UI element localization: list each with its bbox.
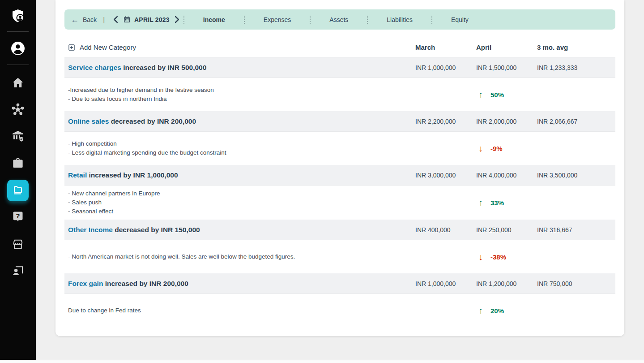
category-detail-row: - New channel partners in Europre- Sales… [64, 186, 615, 220]
change-arrow-icon: ↓ [478, 252, 483, 261]
cell-march: INR 3,000,000 [415, 172, 476, 179]
table-header-row: Add New Category March April 3 mo. avg [64, 38, 615, 57]
category-link[interactable]: Retail [68, 171, 87, 179]
tab-liabilities[interactable]: Liabilities [369, 16, 431, 23]
sidebar-item-help[interactable]: ? [12, 210, 24, 223]
note-line: - Less digital marketing spending due th… [68, 148, 415, 157]
sidebar-item-banking[interactable] [11, 129, 25, 143]
sidebar-item-account[interactable] [10, 40, 26, 56]
category-section: Forex gain increased by INR 200,000 INR … [64, 273, 615, 327]
change-arrow-icon: ↓ [478, 144, 483, 153]
sidebar-divider [7, 31, 29, 32]
home-icon [11, 76, 25, 90]
column-header-3mo-avg: 3 mo. avg [537, 43, 615, 51]
sidebar-item-contacts[interactable] [11, 264, 25, 277]
dotted-separator [367, 16, 368, 24]
calendar-icon [123, 16, 131, 23]
cell-avg: INR 1,233,333 [537, 64, 615, 71]
shield-user-logo-icon [10, 8, 26, 24]
income-table-body: Service charges increased by INR 500,000… [64, 57, 615, 327]
category-section: Service charges increased by INR 500,000… [64, 57, 615, 111]
change-value: 50% [490, 91, 504, 99]
notes: Due to change in Fed rates [64, 306, 415, 315]
category-title: Other Income decreased by INR 150,000 [64, 226, 415, 234]
cell-avg: INR 316,667 [537, 226, 615, 233]
category-title: Forex gain increased by INR 200,000 [64, 280, 415, 288]
category-link[interactable]: Other Income [68, 226, 113, 233]
change-arrow-icon: ↑ [478, 90, 483, 99]
notes: - North American market is not doing wel… [64, 252, 415, 261]
sidebar-item-store[interactable] [11, 238, 25, 251]
category-detail-row: - High competition- Less digital marketi… [64, 132, 615, 165]
notes: - New channel partners in Europre- Sales… [64, 189, 415, 216]
notes: - High competition- Less digital marketi… [64, 139, 415, 157]
main-panel: ← Back | APRIL 2023 IncomeExpensesAssets… [55, 0, 624, 336]
hub-network-icon [11, 102, 25, 117]
column-header-march: March [415, 43, 476, 51]
tab-income[interactable]: Income [185, 16, 243, 23]
change-indicator: ↑ 20% [476, 306, 537, 315]
next-month-button[interactable] [171, 16, 183, 23]
note-line: - New channel partners in Europre [68, 189, 415, 198]
change-indicator: ↑ 50% [476, 90, 537, 99]
help-icon: ? [12, 210, 24, 223]
period-navigation-bar: ← Back | APRIL 2023 IncomeExpensesAssets… [64, 9, 615, 30]
header-divider: | [103, 16, 105, 23]
tab-expenses[interactable]: Expenses [246, 16, 309, 23]
contact-card-icon [11, 264, 25, 277]
category-row[interactable]: Forex gain increased by INR 200,000 INR … [64, 273, 615, 294]
tab-assets[interactable]: Assets [311, 16, 366, 23]
storefront-icon [11, 238, 25, 251]
sidebar-item-home[interactable] [11, 76, 25, 90]
category-detail-row: Due to change in Fed rates ↑ 20% [64, 294, 615, 327]
app-logo[interactable] [10, 8, 26, 24]
sidebar-item-documents[interactable] [7, 180, 29, 201]
cell-april: INR 250,000 [476, 226, 537, 233]
category-summary: increased by INR 1,000,000 [87, 171, 178, 179]
tab-equity[interactable]: Equity [433, 16, 486, 23]
category-title: Service charges increased by INR 500,000 [64, 64, 415, 72]
change-value: -38% [490, 253, 506, 261]
dotted-separator [183, 16, 184, 24]
account-icon [10, 40, 26, 56]
change-value: 33% [490, 199, 504, 207]
category-title: Retail increased by INR 1,000,000 [64, 171, 415, 179]
notes: -Increased due to higher demand in the f… [64, 86, 415, 104]
category-row[interactable]: Online sales decreased by INR 200,000 IN… [64, 111, 615, 132]
cell-march: INR 1,000,000 [415, 280, 476, 287]
bank-verified-icon [11, 129, 25, 143]
category-row[interactable]: Retail increased by INR 1,000,000 INR 3,… [64, 165, 615, 186]
note-line: - Sales push [68, 198, 415, 207]
previous-month-button[interactable] [110, 16, 121, 23]
selected-period[interactable]: APRIL 2023 [134, 16, 170, 23]
note-line: - Due to sales focus in northern India [68, 95, 415, 104]
cell-avg: INR 3,500,000 [537, 172, 615, 179]
category-row[interactable]: Service charges increased by INR 500,000… [64, 57, 615, 78]
add-new-category-button[interactable]: Add New Category [64, 43, 415, 51]
category-summary: increased by INR 500,000 [121, 64, 206, 71]
change-value: 20% [490, 307, 504, 315]
back-button[interactable]: ← Back [71, 16, 97, 24]
change-indicator: ↓ -38% [476, 252, 537, 261]
change-arrow-icon: ↑ [478, 306, 483, 315]
sidebar-item-portfolio[interactable] [11, 156, 25, 170]
documents-folder-icon [12, 185, 24, 196]
cell-avg: INR 2,066,667 [537, 118, 615, 125]
cell-april: INR 2,000,000 [476, 118, 537, 125]
category-section: Retail increased by INR 1,000,000 INR 3,… [64, 165, 615, 220]
cell-march: INR 2,200,000 [415, 118, 476, 125]
change-indicator: ↓ -9% [476, 144, 537, 153]
change-indicator: ↑ 33% [476, 198, 537, 207]
sidebar-item-network[interactable] [11, 102, 25, 117]
category-link[interactable]: Online sales [68, 117, 109, 125]
category-link[interactable]: Service charges [68, 64, 121, 71]
note-line: Due to change in Fed rates [68, 306, 415, 315]
category-detail-row: - North American market is not doing wel… [64, 240, 615, 273]
category-link[interactable]: Forex gain [68, 280, 103, 287]
category-summary: decreased by INR 200,000 [109, 117, 196, 125]
cell-march: INR 1,000,000 [415, 64, 476, 71]
cell-april: INR 4,000,000 [476, 172, 537, 179]
category-row[interactable]: Other Income decreased by INR 150,000 IN… [64, 220, 615, 240]
add-new-category-label: Add New Category [80, 43, 136, 51]
note-line: - Seasonal effect [68, 207, 415, 216]
